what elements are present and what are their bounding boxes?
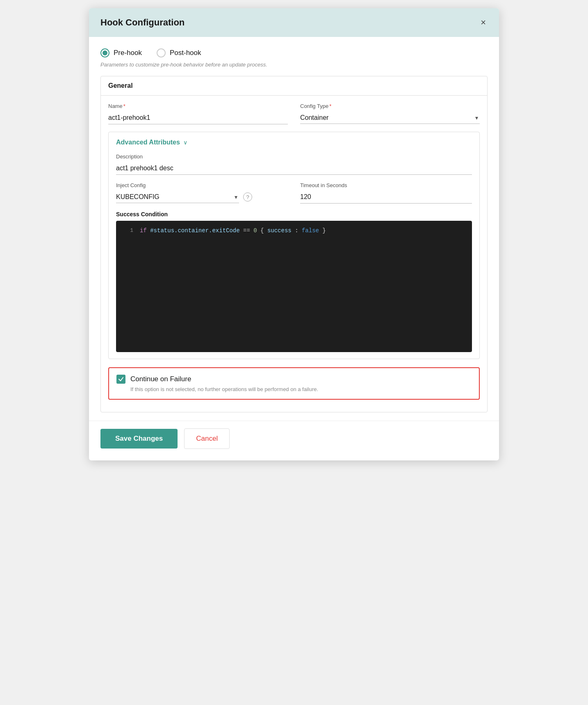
modal-title: Hook Configuration xyxy=(100,17,185,28)
hook-type-radio-group: Pre-hook Post-hook xyxy=(100,48,488,57)
hook-configuration-modal: Hook Configuration × Pre-hook Post-hook … xyxy=(89,8,499,460)
code-status-path: #status.container.exitCode xyxy=(150,227,239,234)
inject-select-wrap: KUBECONFIG NONE ▾ xyxy=(116,191,239,203)
timeout-field: Timeout in Seconds xyxy=(300,182,472,204)
checkmark-icon xyxy=(118,376,124,382)
line-number-1: 1 xyxy=(122,227,133,234)
posthook-radio[interactable] xyxy=(157,48,166,57)
code-brace-close: } xyxy=(322,227,326,234)
code-false-val: false xyxy=(302,227,319,234)
general-section: General Name* Config Type* xyxy=(100,76,488,412)
posthook-option[interactable]: Post-hook xyxy=(157,48,201,57)
modal-footer: Save Changes Cancel xyxy=(89,421,499,460)
config-type-label: Config Type* xyxy=(300,103,480,109)
modal-header: Hook Configuration × xyxy=(89,8,499,37)
continue-on-failure-box: Continue on Failure If this option is no… xyxy=(108,367,480,400)
continue-row: Continue on Failure xyxy=(116,375,472,384)
inject-row: KUBECONFIG NONE ▾ ? xyxy=(116,191,288,203)
code-if-keyword: if xyxy=(140,227,147,234)
name-required-star: * xyxy=(123,103,125,109)
close-button[interactable]: × xyxy=(479,16,488,29)
code-brace-open: { xyxy=(260,227,267,234)
code-line-1: 1 if #status.container.exitCode == 0 { s… xyxy=(116,227,472,235)
continue-on-failure-description: If this option is not selected, no furth… xyxy=(130,386,472,392)
advanced-header: Advanced Attributes ∨ xyxy=(116,139,472,146)
advanced-attributes-toggle[interactable]: Advanced Attributes xyxy=(116,139,180,146)
config-type-required-star: * xyxy=(329,103,331,109)
inject-timeout-row: Inject Config KUBECONFIG NONE ▾ xyxy=(116,182,472,204)
general-section-header: General xyxy=(101,76,487,96)
inject-config-select[interactable]: KUBECONFIG NONE xyxy=(116,191,239,203)
advanced-section: Advanced Attributes ∨ Description Inje xyxy=(108,132,480,359)
modal-body: Pre-hook Post-hook Parameters to customi… xyxy=(89,37,499,412)
inject-config-field: Inject Config KUBECONFIG NONE ▾ xyxy=(116,182,288,204)
code-success-key: success xyxy=(267,227,292,234)
config-type-select-wrap: Container Script ▾ xyxy=(300,112,480,124)
description-label: Description xyxy=(116,153,472,160)
timeout-label: Timeout in Seconds xyxy=(300,182,472,188)
save-changes-button[interactable]: Save Changes xyxy=(100,429,178,449)
inject-help-icon[interactable]: ? xyxy=(243,192,252,201)
continue-on-failure-checkbox[interactable] xyxy=(116,375,125,384)
code-zero: 0 xyxy=(253,227,257,234)
continue-on-failure-label: Continue on Failure xyxy=(130,375,191,383)
prehook-radio[interactable] xyxy=(100,48,109,57)
name-field: Name* xyxy=(108,103,288,124)
code-colon: : xyxy=(295,227,302,234)
name-input[interactable] xyxy=(108,112,288,124)
timeout-input[interactable] xyxy=(300,191,472,204)
prehook-option[interactable]: Pre-hook xyxy=(100,48,142,57)
code-content-1: if #status.container.exitCode == 0 { suc… xyxy=(140,227,326,234)
inject-select-outer: KUBECONFIG NONE ▾ xyxy=(116,191,239,203)
general-form-row: Name* Config Type* Container Script xyxy=(108,103,480,124)
advanced-chevron-icon: ∨ xyxy=(183,139,187,146)
general-section-content: Name* Config Type* Container Script xyxy=(101,96,487,412)
hook-subtitle: Parameters to customize pre-hook behavio… xyxy=(100,62,488,68)
prehook-label: Pre-hook xyxy=(114,49,142,57)
config-type-field: Config Type* Container Script ▾ xyxy=(300,103,480,124)
description-field: Description xyxy=(116,153,472,175)
posthook-label: Post-hook xyxy=(170,49,201,57)
description-row: Description xyxy=(116,153,472,175)
name-label: Name* xyxy=(108,103,288,109)
success-condition-container: Success Condition 1 if #status.container… xyxy=(116,211,472,352)
description-input[interactable] xyxy=(116,162,472,175)
config-type-select[interactable]: Container Script xyxy=(300,112,480,124)
code-eq-op: == xyxy=(243,227,253,234)
success-condition-label: Success Condition xyxy=(116,211,472,217)
code-editor[interactable]: 1 if #status.container.exitCode == 0 { s… xyxy=(116,221,472,352)
cancel-button[interactable]: Cancel xyxy=(184,428,230,449)
inject-config-label: Inject Config xyxy=(116,182,288,188)
